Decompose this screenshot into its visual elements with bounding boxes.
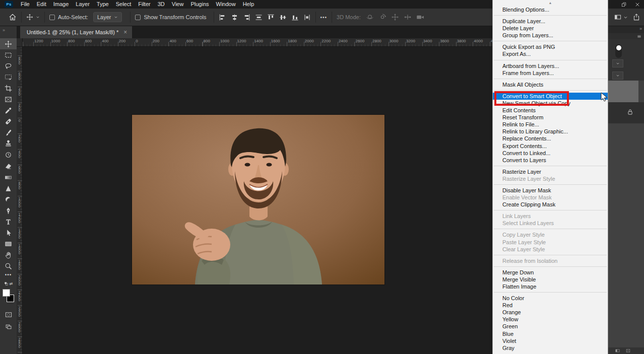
menu-layer[interactable]: Layer: [72, 0, 93, 9]
menu-item-frame-from-layers[interactable]: Frame from Layers...: [493, 69, 608, 77]
menu-item-blending-options[interactable]: Blending Options...: [493, 6, 608, 13]
menu-item-yellow[interactable]: Yellow: [493, 316, 608, 323]
menu-item-artboard-from-layers[interactable]: Artboard from Layers...: [493, 62, 608, 69]
menu-window[interactable]: Window: [213, 0, 239, 9]
path-selection-tool[interactable]: [0, 228, 17, 239]
shape-tool[interactable]: [0, 239, 17, 250]
document-image[interactable]: [132, 115, 384, 285]
eyedropper-tool[interactable]: [0, 105, 17, 116]
menu-item-blue[interactable]: Blue: [493, 330, 608, 337]
align-left-edges-icon[interactable]: [219, 14, 226, 21]
menu-item-edit-contents[interactable]: Edit Contents: [493, 107, 608, 114]
menu-item-rasterize-layer[interactable]: Rasterize Layer: [493, 168, 608, 175]
delete-icon[interactable]: [626, 348, 630, 353]
menu-item-red[interactable]: Red: [493, 302, 608, 309]
menu-item-export-contents[interactable]: Export Contents...: [493, 143, 608, 150]
move-tool[interactable]: [0, 38, 17, 49]
scroll-up-icon[interactable]: ▲: [493, 0, 608, 6]
clone-stamp-tool[interactable]: [0, 138, 17, 150]
menu-help[interactable]: Help: [239, 0, 258, 9]
menu-item-merge-down[interactable]: Merge Down: [493, 269, 608, 276]
menu-item-quick-export-as-png[interactable]: Quick Export as PNG: [493, 43, 608, 50]
menu-edit[interactable]: Edit: [33, 0, 50, 9]
menu-item-reset-transform[interactable]: Reset Transform: [493, 114, 608, 121]
brush-tool[interactable]: [0, 127, 17, 138]
lock-icon[interactable]: [627, 109, 633, 115]
menu-view[interactable]: View: [168, 0, 187, 9]
object-selection-tool[interactable]: [0, 72, 17, 83]
restore-window-icon[interactable]: [621, 2, 626, 7]
menu-plugins[interactable]: Plugins: [187, 0, 212, 9]
close-tab-icon[interactable]: ×: [123, 29, 127, 36]
align-right-edges-icon[interactable]: [243, 14, 250, 21]
edit-toolbar-button[interactable]: •••: [0, 272, 17, 277]
menu-filter[interactable]: Filter: [135, 0, 154, 9]
menu-item-convert-to-linked[interactable]: Convert to Linked...: [493, 150, 608, 157]
crop-tool[interactable]: [0, 83, 17, 94]
menu-item-gray[interactable]: Gray: [493, 344, 608, 351]
menu-item-violet[interactable]: Violet: [493, 337, 608, 344]
dodge-tool[interactable]: [0, 194, 17, 205]
show-transform-checkbox[interactable]: [135, 15, 141, 20]
panel-menu-icon[interactable]: [637, 34, 641, 39]
home-icon[interactable]: [9, 13, 17, 21]
menu-item-duplicate-layer[interactable]: Duplicate Layer...: [493, 18, 608, 25]
align-bottom-edges-icon[interactable]: [291, 14, 299, 21]
menu-select[interactable]: Select: [112, 0, 135, 9]
layer-row-edge[interactable]: [608, 81, 638, 102]
menu-type[interactable]: Type: [93, 0, 112, 9]
blur-tool[interactable]: [0, 183, 17, 194]
gradient-tool[interactable]: [0, 172, 17, 183]
menu-item-export-as[interactable]: Export As...: [493, 50, 608, 57]
eraser-tool[interactable]: [0, 161, 17, 172]
distribute-horizontal-icon[interactable]: [255, 14, 263, 21]
menu-item-convert-to-layers[interactable]: Convert to Layers: [493, 157, 608, 164]
menu-item-orange[interactable]: Orange: [493, 309, 608, 316]
menu-item-no-color[interactable]: No Color: [493, 295, 608, 302]
lasso-tool[interactable]: [0, 60, 17, 72]
menu-item-flatten-image[interactable]: Flatten Image: [493, 283, 608, 290]
3d-slide-icon[interactable]: [404, 13, 412, 21]
distribute-vertical-icon[interactable]: [303, 14, 311, 21]
type-tool[interactable]: [0, 217, 17, 228]
menu-item-create-clipping-mask[interactable]: Create Clipping Mask: [493, 201, 608, 208]
menu-image[interactable]: Image: [50, 0, 73, 9]
history-brush-tool[interactable]: [0, 150, 17, 161]
menu-item-disable-layer-mask[interactable]: Disable Layer Mask: [493, 187, 608, 194]
auto-select-checkbox[interactable]: [49, 15, 55, 20]
screen-mode-button[interactable]: [0, 323, 17, 330]
rectangular-marquee-tool[interactable]: [0, 49, 17, 60]
share-icon[interactable]: [633, 14, 640, 21]
more-options-button[interactable]: •••: [320, 15, 328, 20]
default-swap-colors[interactable]: ⇄: [0, 281, 17, 286]
menu-3d[interactable]: 3D: [154, 0, 168, 9]
menu-item-replace-contents[interactable]: Replace Contents...: [493, 135, 608, 142]
align-vertical-centers-icon[interactable]: [279, 14, 287, 21]
move-tool-icon[interactable]: [26, 14, 33, 21]
auto-select-target-dropdown[interactable]: Layer: [93, 12, 122, 22]
3d-orbit-icon[interactable]: [366, 13, 374, 21]
align-top-edges-icon[interactable]: [267, 14, 275, 21]
3d-roll-icon[interactable]: [378, 13, 387, 21]
zoom-tool[interactable]: [0, 261, 17, 272]
close-window-icon[interactable]: [635, 2, 640, 7]
3d-camera-icon[interactable]: [416, 13, 424, 21]
chevron-down-icon[interactable]: [623, 15, 628, 20]
menu-item-mask-all-objects[interactable]: Mask All Objects: [493, 81, 608, 88]
menu-item-group-from-layers[interactable]: Group from Layers...: [493, 32, 608, 39]
align-horizontal-centers-icon[interactable]: [231, 14, 238, 21]
frame-tool[interactable]: [0, 94, 17, 105]
dropdown-stub[interactable]: [612, 72, 623, 80]
healing-brush-tool[interactable]: [0, 116, 17, 127]
panel-collapse-icon[interactable]: »: [608, 26, 644, 33]
chevron-down-icon[interactable]: [36, 15, 40, 19]
toggle-switch[interactable]: [615, 44, 622, 58]
foreground-color-swatch[interactable]: [3, 289, 10, 297]
menu-item-delete-layer[interactable]: Delete Layer: [493, 25, 608, 32]
hand-tool[interactable]: [0, 250, 17, 261]
quick-mask-button[interactable]: [0, 311, 17, 318]
dropdown-stub[interactable]: [612, 59, 623, 67]
menu-item-merge-visible[interactable]: Merge Visible: [493, 276, 608, 283]
default-colors-icon[interactable]: [4, 281, 9, 286]
3d-pan-icon[interactable]: [391, 13, 399, 21]
